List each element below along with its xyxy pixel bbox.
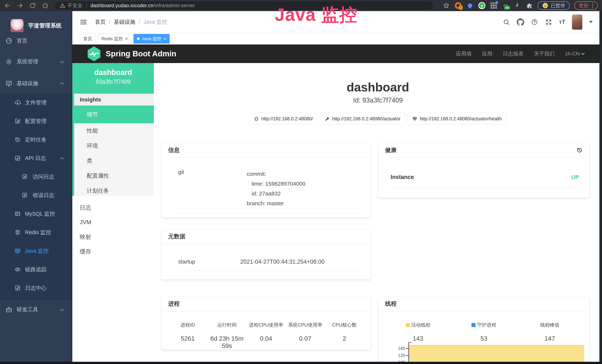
sba-item-jvm[interactable]: JVM [72,215,154,230]
sba-nav-wallboard[interactable]: 应用墙 [456,50,472,57]
health-history-icon[interactable] [576,147,583,153]
eye-icon [14,266,21,273]
extension-switch-icon[interactable]: on [502,2,509,9]
sba-locale-select[interactable]: zh-CN [565,51,584,57]
sidebar-item-redis-monitor[interactable]: Redis 监控 [0,226,72,239]
process-card: 进程 进程ID 5261 运行时间 6d 23h 15m 59s 进程CPU使用… [161,296,371,350]
wrench-icon [325,116,330,121]
sidebar-item-mysql-monitor[interactable]: MySQL 监控 [0,207,72,221]
extension-pin-icon[interactable] [466,2,474,9]
dashboard-gauge-icon [6,37,12,44]
extension-green-circle-icon[interactable]: y [478,2,485,9]
health-url-button[interactable]: http://192.168.0.2:48080/actuator/health [408,113,506,125]
bookmark-star-icon[interactable] [442,2,450,9]
stat-process-cpu: 进程CPU使用率 0.04 [247,322,286,349]
sba-insights-items: 细节 性能 环境 类 配置属性 计划任务 [74,106,154,196]
home-icon [254,116,259,121]
info-card: 信息 git commit: time: 1596289704000 id: 2… [161,143,371,217]
stat-peak-threads: 线程峰值 147 [517,322,583,342]
sba-instance-header[interactable]: dashboard 93a3fc7f7409 [72,63,154,94]
git-label: git [178,169,247,208]
process-stats: 进程ID 5261 运行时间 6d 23h 15m 59s 进程CPU使用率 0… [161,311,371,349]
search-icon[interactable] [503,18,510,26]
paused-extension-button[interactable]: 已暂停 [538,1,570,10]
extension-grid-icon[interactable] [490,2,497,9]
help-icon[interactable] [531,18,538,26]
sba-item-details[interactable]: 细节 [74,106,154,123]
font-size-icon[interactable]: тT [559,19,565,25]
sidebar-item-config-mgmt[interactable]: 配置管理 [0,115,72,128]
sidebar-item-error-logs[interactable]: 错误日志 [0,189,72,202]
url-path: /infra/admin-server [153,3,195,9]
close-icon[interactable]: × [163,36,166,41]
sidebar-item-scheduled-jobs[interactable]: 定时任务 [0,133,72,146]
sba-nav-journal[interactable]: 日志报表 [503,50,524,57]
hamburger-icon[interactable] [80,19,87,25]
sba-item-classes[interactable]: 类 [74,153,154,168]
sba-brand-title[interactable]: Spring Boot Admin [106,49,176,58]
fullscreen-icon[interactable] [545,18,552,26]
forward-icon[interactable] [16,1,24,10]
stat-pid: 进程ID 5261 [168,322,207,349]
instance-name: dashboard [72,68,154,76]
address-bar[interactable]: 不安全 | dashboard.yudao.iocoder.cn/infra/a… [55,1,433,10]
sba-logo-icon[interactable] [87,46,101,62]
sidebar-item-tracing[interactable]: 链路追踪 [0,263,72,276]
app-logo-row[interactable]: 芋道管理系统 [0,14,72,37]
sidebar-item-home[interactable]: 首页 [0,34,72,47]
sba-item-scheduled-tasks[interactable]: 计划任务 [74,183,154,198]
breadcrumb-home[interactable]: 首页 [95,18,106,26]
extensions-puzzle-icon[interactable] [526,2,533,9]
instance-id: 93a3fc7f7409 [72,78,154,85]
service-url-button[interactable]: http://192.168.0.2:48080/ [249,113,318,125]
chevron-up-icon [60,157,64,161]
startup-label: startup [178,258,240,265]
avatar[interactable] [572,14,582,30]
git-commit-details: commit: time: 1596289704000 id: 27aa832 … [247,169,305,208]
briefcase-icon [6,306,12,313]
sba-nav-about[interactable]: 关于我们 [534,50,555,57]
home-icon[interactable] [41,1,49,10]
sidebar-item-file-mgmt[interactable]: 文件管理 [0,96,72,109]
browser-menu-icon[interactable] [592,3,593,8]
startup-row: startup 2021-04-27T00:44:31.254+08:00 [178,258,360,270]
sba-item-environment[interactable]: 环境 [74,138,154,153]
sba-item-config-props[interactable]: 配置属性 [74,168,154,183]
github-icon[interactable] [517,18,524,26]
metadata-card: 元数据 startup 2021-04-27T00:44:31.254+08:0… [161,229,371,279]
sba-item-metrics[interactable]: 性能 [74,123,154,138]
sba-nav-applications[interactable]: 应用 [482,50,493,57]
sidebar-item-access-logs[interactable]: 访问日志 [0,171,72,183]
status-badge: UP [571,174,579,180]
health-instance-row[interactable]: Instance UP [391,174,579,188]
sidebar-item-system-mgmt[interactable]: 系统管理 [0,55,72,68]
sidebar-item-api-logs[interactable]: API 日志 [0,152,72,165]
tab-home[interactable]: 首页 [80,34,96,43]
back-icon[interactable] [3,1,11,10]
sba-item-logs[interactable]: 日志 [72,200,154,215]
app-title: 芋道管理系统 [28,22,62,30]
sba-sidebar: dashboard 93a3fc7f7409 Insights 细节 性能 环境… [72,63,154,364]
sidebar-item-infrastructure[interactable]: 基础设施 [0,77,72,90]
sidebar-item-java-monitor[interactable]: Java 监控 [0,245,72,257]
sidebar-item-log-center[interactable]: 日志中心 [0,282,72,295]
extension-orange-icon[interactable]: 1 [454,2,462,9]
sba-item-caches[interactable]: 缓存 [72,244,154,259]
sba-item-mappings[interactable]: 映射 [72,230,154,244]
legend-live-threads-icon [406,323,410,327]
sba-nav: 应用墙 应用 日志报表 关于我们 zh-CN [456,50,602,57]
reload-icon[interactable] [29,1,37,10]
avatar-caret-icon[interactable] [589,21,593,23]
window-bottom-edge [0,362,602,364]
extension-leaf-icon[interactable] [514,2,521,9]
sidebar-item-dev-tools[interactable]: 研发工具 [0,303,72,316]
breadcrumb-infrastructure[interactable]: 基础设施 [114,18,135,26]
tab-java-monitor[interactable]: Java 监控 × [133,34,170,43]
update-browser-button[interactable]: 更新 [574,1,598,10]
annotation-java-monitor: Java 监控 [275,3,357,27]
actuator-url-button[interactable]: http://192.168.0.2:48080/actuator [320,113,405,125]
legend-daemon-threads-icon [472,323,475,327]
log-edit-icon [14,155,21,162]
tab-redis-monitor[interactable]: Redis 监控 × [98,34,131,43]
close-icon[interactable]: × [125,36,128,41]
